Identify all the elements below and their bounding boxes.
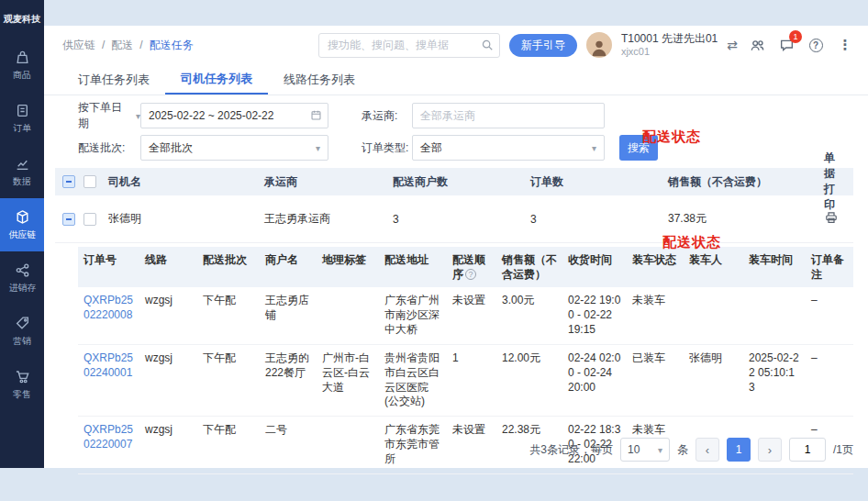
order-address: 广东省广州市南沙区深中大桥: [379, 287, 447, 343]
print-icon[interactable]: [824, 210, 839, 228]
tab-route-task-list[interactable]: 线路任务列表: [268, 64, 371, 95]
order-number-link[interactable]: QXRPb2502220008: [83, 294, 133, 321]
contacts-icon[interactable]: [747, 35, 767, 55]
global-search-input[interactable]: [318, 33, 500, 58]
page-1-button[interactable]: 1: [727, 438, 751, 462]
sidebar-item-label: 商品: [13, 68, 31, 81]
sidebar-item-label: 订单: [13, 121, 31, 134]
order-receive-time: 02-22 19:00 - 02-22 19:15: [562, 287, 627, 343]
next-page-button[interactable]: ›: [758, 438, 782, 462]
order-batch: 下午配: [197, 287, 260, 343]
page-size-select[interactable]: 10 ▾: [620, 438, 670, 462]
column-remark: 订单备注: [806, 247, 853, 287]
person-icon: [589, 38, 609, 58]
chevron-down-icon: ▾: [316, 143, 320, 153]
chart-icon: [15, 156, 30, 172]
switch-account-icon[interactable]: ⇄: [727, 38, 738, 52]
collapse-toggle[interactable]: [62, 213, 75, 226]
order-remark: –: [806, 287, 853, 343]
column-order-no: 订单号: [78, 247, 139, 287]
order-seq: 未设置: [447, 417, 496, 473]
global-search: [318, 33, 500, 58]
sidebar-item-goods[interactable]: 商品: [0, 39, 44, 92]
order-loader: [684, 287, 743, 343]
order-geo: 广州市-白云区-白云大道: [317, 345, 379, 416]
driver-sales: 37.38元: [662, 211, 818, 227]
order-merchant: 王志勇店铺: [260, 287, 317, 343]
breadcrumb-separator: /: [139, 39, 142, 51]
order-batch: 下午配: [197, 345, 260, 416]
sidebar-item-orders[interactable]: 订单: [0, 92, 44, 145]
sidebar-item-supply-chain[interactable]: 供应链: [0, 198, 44, 251]
row-checkbox[interactable]: [83, 213, 96, 226]
column-sales: 销售额（不含运费）: [662, 174, 818, 190]
order-address: 贵州省贵阳市白云区白云区医院(公交站): [379, 345, 447, 416]
driver-merchant-count: 3: [387, 213, 525, 226]
order-row: QXRPb2502220008 wzgsj 下午配 王志勇店铺 广东省广州市南沙…: [78, 287, 853, 344]
order-number-link[interactable]: QXRPb2502220007: [83, 423, 133, 451]
date-type-dropdown[interactable]: 按下单日期 ▾: [78, 100, 140, 131]
page-jump-input[interactable]: [789, 438, 826, 462]
driver-table-header: 司机名 承运商 配送商户数 订单数 销售额（不含运费） 单据打印: [55, 168, 853, 195]
chevron-down-icon: ▾: [658, 445, 662, 455]
breadcrumb-delivery[interactable]: 配送: [111, 38, 133, 53]
order-line: wzgsj: [139, 287, 197, 343]
driver-row: 张德明 王志勇承运商 3 3 37.38元: [55, 195, 853, 243]
bag-icon: [15, 50, 30, 65]
top-header: 供应链 / 配送 / 配送任务 新手引导 T10001 先进先出01 xjxc0…: [44, 26, 868, 64]
more-menu-icon[interactable]: ⋮: [835, 35, 855, 55]
supply-box-icon: [15, 209, 30, 225]
help-circle-icon[interactable]: ?: [465, 269, 476, 280]
tab-order-task-list[interactable]: 订单任务列表: [62, 64, 165, 95]
date-range-input[interactable]: [140, 103, 328, 128]
sidebar-item-marketing[interactable]: 营销: [0, 305, 44, 358]
help-icon[interactable]: ?: [806, 35, 826, 55]
column-order-count: 订单数: [525, 174, 662, 190]
sidebar-item-label: 供应链: [8, 228, 36, 240]
user-info[interactable]: T10001 先进先出01 xjxc01: [621, 32, 718, 59]
order-table-header: 订单号 线路 配送批次 商户名 地理标签 配送地址 配送顺序? 销售额（不含运费…: [78, 247, 853, 287]
batch-select[interactable]: 全部批次 ▾: [140, 135, 328, 161]
filter-row-1: 按下单日期 ▾ 承运商:: [78, 103, 853, 128]
sidebar-item-label: 营销: [13, 334, 31, 347]
order-row: QXRPb2502240001 wzgsj 下午配 王志勇的222餐厅 广州市-…: [78, 345, 853, 417]
sidebar-item-retail[interactable]: 零售: [0, 358, 44, 411]
filter-row-2: 配送批次: 全部批次 ▾ 订单类型: 全部 ▾ 搜索: [78, 135, 853, 161]
order-load-time: 2025-02-22 05:10:13: [743, 345, 806, 416]
order-number-link[interactable]: QXRPb2502240001: [83, 351, 133, 379]
order-type-select[interactable]: 全部 ▾: [412, 135, 605, 161]
share-network-icon: [15, 262, 30, 278]
date-range-picker[interactable]: [140, 103, 328, 128]
order-line: wzgsj: [139, 345, 197, 416]
order-merchant: 二号: [260, 417, 317, 473]
app-window: 观麦科技 商品 订单 数据 供应链 进销存 营销 零售: [0, 0, 868, 501]
messages-icon[interactable]: 1: [776, 35, 796, 55]
driver-name: 张德明: [103, 211, 259, 227]
driver-carrier: 王志勇承运商: [259, 211, 387, 227]
order-geo: [317, 287, 379, 343]
order-type-select-value: 全部: [420, 140, 442, 156]
main-content: 供应链 / 配送 / 配送任务 新手引导 T10001 先进先出01 xjxc0…: [44, 26, 868, 468]
avatar[interactable]: [586, 32, 612, 58]
prev-page-button[interactable]: ‹: [696, 438, 719, 462]
column-load-time: 装车时间: [743, 247, 806, 287]
header-select-cell: [55, 175, 103, 188]
tab-driver-task-list[interactable]: 司机任务列表: [165, 64, 268, 95]
sidebar-item-data[interactable]: 数据: [0, 145, 44, 198]
breadcrumb-supply-chain[interactable]: 供应链: [62, 38, 95, 53]
search-icon[interactable]: [481, 39, 494, 51]
column-merchant-count: 配送商户数: [387, 174, 525, 190]
user-name: T10001 先进先出01: [621, 32, 718, 46]
sidebar: 观麦科技 商品 订单 数据 供应链 进销存 营销 零售: [0, 0, 44, 468]
carrier-input[interactable]: [412, 103, 605, 128]
breadcrumb-separator: /: [102, 39, 105, 51]
sidebar-item-inventory[interactable]: 进销存: [0, 251, 44, 305]
guide-button[interactable]: 新手引导: [509, 34, 577, 57]
help-glyph: ?: [809, 39, 823, 52]
order-load-status: 未装车: [627, 287, 684, 343]
batch-label: 配送批次:: [78, 140, 140, 156]
select-all-checkbox[interactable]: [83, 175, 96, 188]
collapse-all-toggle[interactable]: [62, 175, 75, 188]
total-pages-label: /1页: [833, 442, 853, 458]
message-badge: 1: [789, 30, 802, 43]
